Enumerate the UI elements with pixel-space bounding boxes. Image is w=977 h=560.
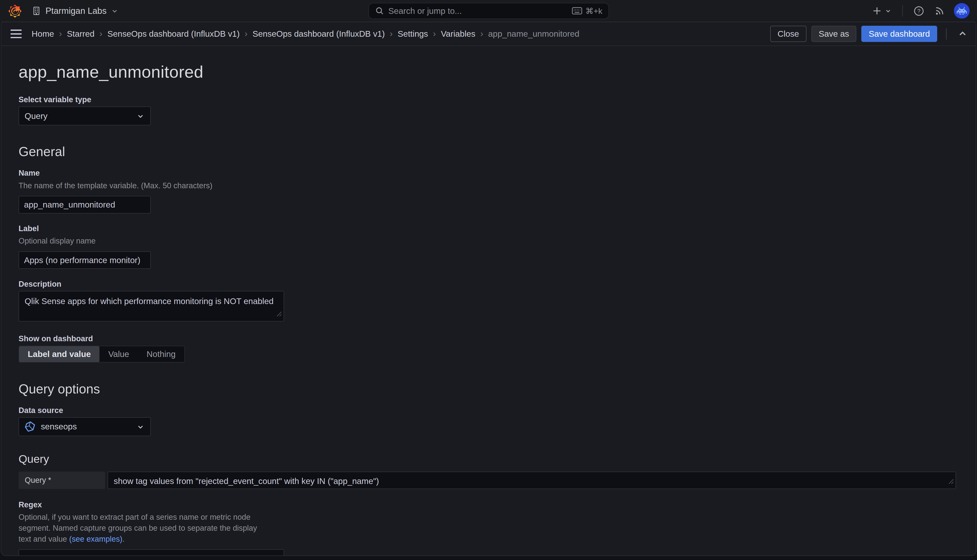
label-description: Optional display name (18, 235, 956, 247)
chevron-down-icon (111, 7, 118, 15)
regex-textarea[interactable] (18, 549, 284, 556)
data-source-value: senseops (41, 422, 136, 431)
org-name: Ptarmigan Labs (45, 6, 107, 16)
save-as-button[interactable]: Save as (811, 26, 857, 42)
news-rss-icon[interactable] (934, 5, 946, 17)
description-textarea[interactable]: Qlik Sense apps for which performance mo… (18, 291, 284, 322)
search-icon (375, 7, 384, 15)
breadcrumb-separator: › (99, 29, 102, 39)
page-title: app_name_unmonitored (18, 62, 956, 82)
show-on-dashboard-radio-group: Label and value Value Nothing (18, 346, 185, 363)
influxdb-icon (25, 421, 36, 432)
svg-text:?: ? (917, 8, 920, 14)
user-avatar[interactable] (954, 3, 969, 18)
close-button[interactable]: Close (770, 26, 806, 42)
breadcrumb-item[interactable]: Settings (398, 29, 428, 38)
query-field-label: Query * (18, 472, 105, 489)
breadcrumb-separator: › (390, 29, 393, 39)
query-heading: Query (18, 452, 956, 465)
label-label: Label (18, 224, 956, 233)
chevron-up-icon[interactable] (957, 28, 969, 40)
breadcrumb-separator: › (480, 29, 483, 39)
menu-icon[interactable] (9, 28, 23, 40)
org-switcher[interactable]: Ptarmigan Labs (32, 6, 118, 16)
search-placeholder: Search or jump to... (388, 6, 567, 16)
chevron-down-icon (136, 423, 144, 431)
breadcrumb: Home › Starred › SenseOps dashboard (Inf… (32, 29, 770, 39)
query-options-heading: Query options (18, 381, 956, 397)
toolbar-divider (946, 28, 947, 40)
top-nav: Ptarmigan Labs Search or jump to... ⌘+k (0, 0, 977, 22)
radio-option-nothing[interactable]: Nothing (138, 346, 184, 362)
page-frame: Home › Starred › SenseOps dashboard (Inf… (1, 22, 977, 556)
nav-divider (902, 5, 903, 17)
search-shortcut: ⌘+k (572, 6, 602, 16)
regex-label: Regex (18, 500, 956, 509)
breadcrumb-item[interactable]: Home (32, 29, 54, 38)
breadcrumb-separator: › (433, 29, 436, 39)
breadcrumb-item[interactable]: Starred (67, 29, 95, 38)
breadcrumb-item[interactable]: Variables (441, 29, 475, 38)
breadcrumb-item[interactable]: SenseOps dashboard (InfluxDB v1) (253, 29, 385, 38)
save-dashboard-button[interactable]: Save dashboard (861, 26, 937, 42)
grafana-logo-icon[interactable] (8, 4, 22, 18)
regex-description: Optional, if you want to extract part of… (18, 512, 269, 544)
description-label: Description (18, 280, 956, 288)
breadcrumb-item-current: app_name_unmonitored (488, 29, 579, 38)
breadcrumb-toolbar: Home › Starred › SenseOps dashboard (Inf… (1, 22, 976, 46)
breadcrumb-item[interactable]: SenseOps dashboard (InfluxDB v1) (107, 29, 240, 38)
breadcrumb-separator: › (245, 29, 248, 39)
see-examples-link[interactable]: (see examples) (69, 535, 122, 543)
data-source-label: Data source (18, 406, 956, 415)
keyboard-icon (572, 7, 582, 15)
chevron-down-icon (136, 112, 144, 120)
query-input[interactable]: show tag values from "rejected_event_cou… (107, 472, 956, 489)
variable-type-label: Select variable type (18, 95, 956, 104)
org-building-icon (32, 6, 41, 15)
variable-type-select[interactable]: Query (18, 107, 151, 125)
label-input[interactable] (18, 252, 151, 269)
help-icon[interactable]: ? (912, 4, 925, 17)
add-new-button[interactable] (871, 5, 893, 17)
radio-option-label-and-value[interactable]: Label and value (19, 346, 100, 362)
radio-option-value[interactable]: Value (99, 346, 138, 362)
breadcrumb-separator: › (59, 29, 62, 39)
variable-editor: app_name_unmonitored Select variable typ… (1, 46, 976, 556)
data-source-picker[interactable]: senseops (18, 417, 151, 436)
search-input[interactable]: Search or jump to... ⌘+k (368, 3, 609, 19)
show-on-dashboard-label: Show on dashboard (18, 334, 956, 343)
name-description: The name of the template variable. (Max.… (18, 180, 956, 191)
name-input[interactable] (18, 196, 151, 213)
general-heading: General (18, 144, 956, 159)
name-label: Name (18, 168, 956, 178)
